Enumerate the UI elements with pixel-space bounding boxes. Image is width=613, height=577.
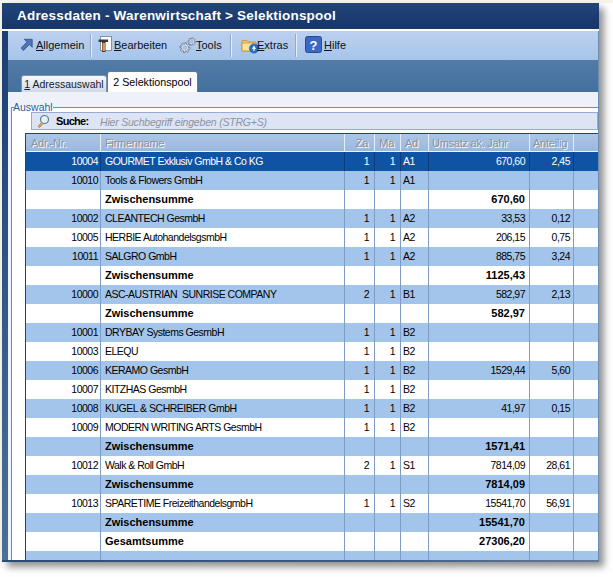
svg-text:?: ? — [310, 38, 318, 53]
